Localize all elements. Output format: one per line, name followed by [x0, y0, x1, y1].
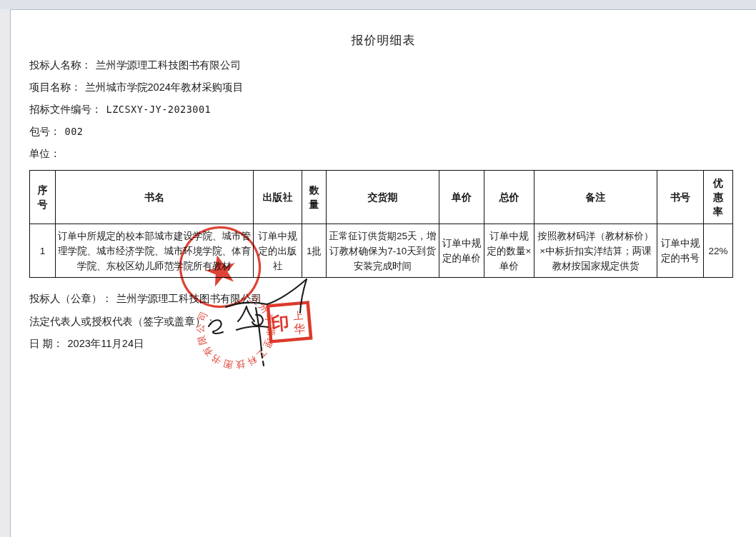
meta-value: 兰州学源理工科技图书有限公司	[96, 59, 241, 71]
footer-date-line: 日 期：2023年11月24日	[29, 336, 144, 351]
footer-label: 日 期：	[29, 338, 64, 349]
meta-project-name: 项目名称：兰州城市学院2024年教材采购项目	[29, 79, 243, 95]
cell-remarks: 按照教材码洋（教材标价）×中标折扣实洋结算；两课教材按国家规定供货	[534, 224, 657, 278]
col-header-unit-price: 单价	[439, 171, 484, 224]
page-left-margin	[0, 9, 11, 537]
meta-label: 投标人名称：	[29, 59, 91, 71]
cell-delivery: 正常征订供货期25天，增订教材确保为7-10天到货安装完成时间	[327, 224, 439, 278]
col-header-publisher: 出版社	[254, 171, 302, 224]
meta-value: 兰州城市学院2024年教材采购项目	[86, 81, 244, 93]
window-top-edge	[0, 0, 756, 10]
cell-unit-price: 订单中规定的单价	[439, 224, 484, 278]
footer-bidder-seal-line: 投标人（公章）：兰州学源理工科技图书有限公司	[29, 291, 262, 306]
meta-package-number: 包号：002	[29, 124, 83, 139]
footer-label: 投标人（公章）：	[29, 293, 112, 304]
footer-value: 兰州学源理工科技图书有限公司	[116, 293, 262, 304]
cell-publisher: 订单中规定的出版社	[254, 224, 302, 278]
col-header-remarks: 备注	[534, 171, 657, 224]
table-row: 1 订单中所规定的校本部城市建设学院、城市管理学院、城市经济学院、城市环境学院、…	[30, 224, 733, 278]
quotation-table: 序号 书名 出版社 数量 交货期 单价 总价 备注 书号 优惠率 1 订单中所规…	[29, 170, 733, 278]
meta-value: LZCSXY-JY-2023001	[106, 104, 212, 115]
meta-tender-doc-number: 招标文件编号：LZCSXY-JY-2023001	[29, 101, 211, 117]
col-header-total-price: 总价	[484, 171, 534, 224]
cell-discount-rate: 22%	[704, 224, 733, 278]
footer-value: 2023年11月24日	[68, 338, 144, 349]
meta-label: 单位：	[29, 148, 61, 159]
col-header-book-number: 书号	[657, 171, 704, 224]
footer-label: 法定代表人或授权代表（签字或盖章）：	[29, 316, 216, 327]
cell-book-number: 订单中规定的书号	[657, 224, 704, 278]
col-header-discount-rate: 优惠率	[704, 171, 733, 224]
col-header-quantity: 数量	[302, 171, 327, 224]
table-header-row: 序号 书名 出版社 数量 交货期 单价 总价 备注 书号 优惠率	[30, 171, 733, 224]
meta-label: 包号：	[29, 126, 61, 137]
footer-representative-line: 法定代表人或授权代表（签字或盖章）：	[29, 313, 220, 329]
col-header-book-name: 书名	[56, 171, 254, 224]
cell-quantity: 1批	[302, 224, 327, 278]
col-header-delivery: 交货期	[327, 171, 439, 224]
meta-unit: 单位：	[29, 146, 65, 161]
cell-seq: 1	[30, 224, 56, 278]
page-title: 报价明细表	[11, 32, 756, 49]
meta-value: 002	[65, 126, 84, 137]
cell-book-name: 订单中所规定的校本部城市建设学院、城市管理学院、城市经济学院、城市环境学院、体育…	[56, 224, 254, 278]
meta-label: 招标文件编号：	[29, 104, 102, 115]
col-header-seq: 序号	[30, 171, 56, 224]
document-page: 报价明细表 投标人名称：兰州学源理工科技图书有限公司 项目名称：兰州城市学院20…	[11, 10, 756, 537]
meta-label: 项目名称：	[29, 81, 81, 93]
meta-bidder-name: 投标人名称：兰州学源理工科技图书有限公司	[29, 57, 241, 73]
cell-total-price: 订单中规定的数量×单价	[484, 224, 534, 278]
